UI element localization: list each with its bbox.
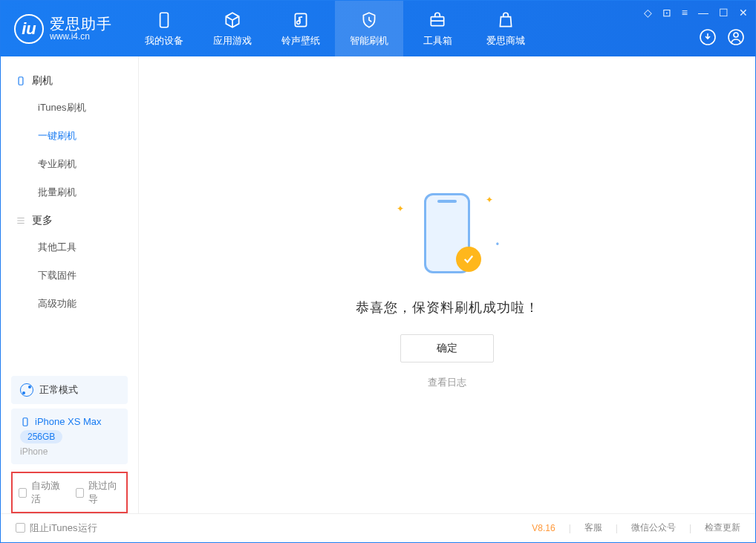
device-name: iPhone XS Max: [35, 416, 102, 427]
mode-icon: [20, 383, 33, 397]
svg-rect-1: [295, 13, 306, 26]
sidebar-item-firmware[interactable]: 下载固件: [1, 261, 138, 290]
footer-service[interactable]: 客服: [584, 521, 602, 534]
footer-update[interactable]: 检查更新: [705, 521, 740, 534]
shield-icon: [359, 10, 379, 30]
feedback-icon[interactable]: ⊡: [662, 7, 671, 19]
success-illustration: ✦ ✦ •: [380, 181, 514, 285]
tab-device[interactable]: 我的设备: [130, 1, 198, 56]
svg-rect-0: [160, 13, 169, 27]
checkbox-label: 跳过向导: [88, 479, 120, 506]
version-label: V8.16: [532, 523, 555, 533]
sparkle-icon: •: [496, 239, 499, 250]
device-box[interactable]: iPhone XS Max 256GB iPhone: [11, 409, 128, 464]
header: iu 爱思助手 www.i4.cn 我的设备 应用游戏 铃声壁纸 智能刷机 工具…: [1, 1, 755, 56]
svg-rect-7: [23, 417, 27, 426]
footer: 阻止iTunes运行 V8.16 | 客服 | 微信公众号 | 检查更新: [1, 513, 755, 542]
device-storage: 256GB: [20, 430, 62, 443]
divider: |: [689, 523, 691, 533]
user-icon[interactable]: [727, 28, 745, 49]
tab-label: 智能刷机: [350, 34, 388, 48]
phone-icon: [16, 76, 26, 86]
sidebar-group-flash: 刷机: [1, 67, 138, 94]
checkbox-block-itunes[interactable]: 阻止iTunes运行: [16, 521, 97, 535]
close-button[interactable]: ✕: [739, 7, 748, 19]
music-icon: [291, 10, 310, 30]
sidebar-item-advanced[interactable]: 高级功能: [1, 290, 138, 318]
sidebar: 刷机 iTunes刷机 一键刷机 专业刷机 批量刷机 更多 其他工具 下载固件 …: [1, 56, 139, 513]
sidebar-item-pro[interactable]: 专业刷机: [1, 150, 138, 178]
svg-rect-6: [19, 77, 23, 85]
app-subtitle: www.i4.cn: [50, 32, 112, 42]
footer-wechat[interactable]: 微信公众号: [631, 521, 676, 534]
sidebar-item-itunes[interactable]: iTunes刷机: [1, 94, 138, 122]
device-icon: [154, 10, 174, 30]
checkbox-label: 自动激活: [31, 479, 63, 506]
cube-icon: [223, 10, 242, 30]
tab-flash[interactable]: 智能刷机: [335, 1, 403, 56]
checkbox-label: 阻止iTunes运行: [30, 521, 97, 535]
divider: |: [616, 523, 618, 533]
list-icon: [16, 215, 26, 226]
tab-label: 工具箱: [423, 34, 452, 48]
checkbox-icon: [76, 488, 84, 498]
ok-button[interactable]: 确定: [400, 334, 494, 362]
tab-label: 爱思商城: [486, 34, 525, 48]
divider: |: [569, 523, 571, 533]
sparkle-icon: ✦: [486, 195, 493, 205]
group-label: 刷机: [32, 74, 53, 88]
app-title: 爱思助手: [50, 16, 112, 32]
tab-label: 我的设备: [145, 34, 183, 48]
app-logo: iu 爱思助手 www.i4.cn: [1, 14, 126, 44]
tab-store[interactable]: 爱思商城: [472, 1, 540, 56]
check-badge-icon: [456, 247, 481, 272]
minimize-button[interactable]: —: [698, 7, 708, 19]
tab-toolbox[interactable]: 工具箱: [403, 1, 472, 56]
tab-label: 铃声壁纸: [281, 34, 320, 48]
options-highlight: 自动激活 跳过向导: [11, 472, 128, 513]
group-label: 更多: [32, 214, 53, 227]
download-icon[interactable]: [699, 28, 717, 49]
sparkle-icon: ✦: [397, 204, 404, 214]
maximize-button[interactable]: ☐: [719, 7, 729, 19]
skin-icon[interactable]: ◇: [644, 7, 652, 19]
checkbox-auto-activate[interactable]: 自动激活: [19, 479, 64, 506]
menu-icon[interactable]: ≡: [682, 7, 688, 19]
sidebar-item-tools[interactable]: 其他工具: [1, 233, 138, 261]
mode-label: 正常模式: [39, 383, 78, 397]
main-tabs: 我的设备 应用游戏 铃声壁纸 智能刷机 工具箱 爱思商城: [130, 1, 540, 56]
sidebar-item-oneclick[interactable]: 一键刷机: [1, 122, 138, 150]
mode-box[interactable]: 正常模式: [11, 376, 128, 404]
logo-icon: iu: [14, 14, 44, 44]
phone-small-icon: [20, 417, 30, 427]
success-message: 恭喜您，保资料刷机成功啦！: [356, 299, 539, 316]
toolbox-icon: [428, 10, 447, 30]
checkbox-icon: [19, 488, 27, 498]
tab-apps[interactable]: 应用游戏: [198, 1, 267, 56]
header-right: [699, 28, 745, 49]
view-log-link[interactable]: 查看日志: [428, 376, 466, 389]
window-controls: ◇ ⊡ ≡ — ☐ ✕: [644, 7, 748, 19]
checkbox-skip-guide[interactable]: 跳过向导: [76, 479, 121, 506]
main-content: ✦ ✦ • 恭喜您，保资料刷机成功啦！ 确定 查看日志: [139, 56, 755, 513]
bag-icon: [496, 10, 515, 30]
tab-ringtone[interactable]: 铃声壁纸: [267, 1, 335, 56]
sidebar-item-batch[interactable]: 批量刷机: [1, 178, 138, 207]
sidebar-group-more: 更多: [1, 207, 138, 233]
checkbox-icon: [16, 523, 25, 533]
tab-label: 应用游戏: [213, 34, 252, 48]
svg-point-5: [734, 33, 738, 37]
device-type: iPhone: [20, 446, 119, 457]
